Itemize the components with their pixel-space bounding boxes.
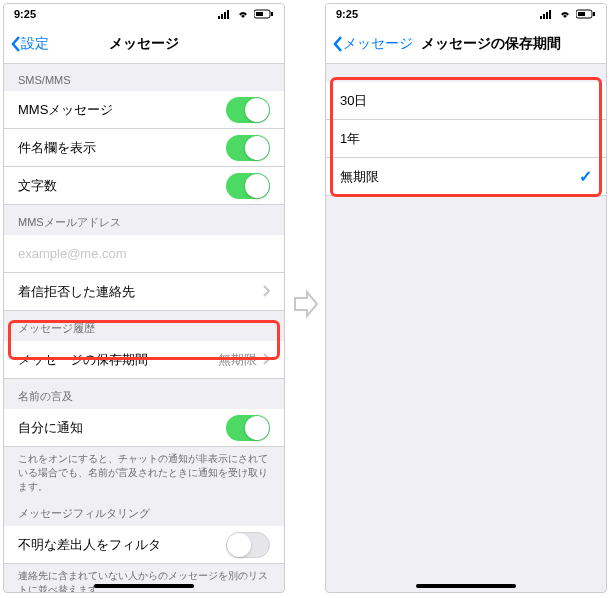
back-button[interactable]: メッセージ [326, 35, 413, 53]
home-indicator[interactable] [94, 584, 194, 588]
svg-rect-10 [549, 10, 551, 19]
option-forever[interactable]: 無期限 ✓ [326, 158, 606, 196]
back-label: メッセージ [343, 35, 413, 53]
battery-icon [254, 9, 274, 19]
chevron-left-icon [10, 35, 21, 53]
filter-footer: 連絡先に含まれていない人からのメッセージを別のリストに並べ替えます。 [4, 564, 284, 593]
svg-rect-9 [546, 12, 548, 19]
subject-toggle[interactable] [226, 135, 270, 161]
chevron-left-icon [332, 35, 343, 53]
filter-row[interactable]: 不明な差出人をフィルタ [4, 526, 284, 564]
status-icons [218, 9, 274, 19]
svg-rect-8 [543, 14, 545, 19]
svg-rect-6 [271, 12, 273, 16]
wifi-icon [558, 9, 572, 19]
section-header-history: メッセージ履歴 [4, 311, 284, 341]
filter-label: 不明な差出人をフィルタ [18, 536, 226, 554]
notify-toggle[interactable] [226, 415, 270, 441]
charcount-toggle[interactable] [226, 173, 270, 199]
keep-label: メッセージの保存期間 [18, 351, 218, 369]
status-bar: 9:25 [4, 4, 284, 24]
notify-label: 自分に通知 [18, 419, 226, 437]
signal-icon [540, 9, 554, 19]
back-label: 設定 [21, 35, 49, 53]
home-indicator[interactable] [416, 584, 516, 588]
subject-row[interactable]: 件名欄を表示 [4, 129, 284, 167]
section-header-filter: メッセージフィルタリング [4, 502, 284, 526]
section-header-email: MMSメールアドレス [4, 205, 284, 235]
svg-rect-3 [227, 10, 229, 19]
option-label: 30日 [340, 92, 592, 110]
option-label: 無期限 [340, 168, 579, 186]
page-title: メッセージ [109, 35, 179, 53]
notify-footer: これをオンにすると、チャットの通知が非表示にされている場合でも、名前が言及された… [4, 447, 284, 502]
option-1year[interactable]: 1年 [326, 120, 606, 158]
notify-row[interactable]: 自分に通知 [4, 409, 284, 447]
status-bar: 9:25 [326, 4, 606, 24]
keep-value: 無期限 [218, 351, 257, 369]
chevron-right-icon [263, 351, 270, 369]
page-title: メッセージの保存期間 [421, 35, 561, 53]
subject-label: 件名欄を表示 [18, 139, 226, 157]
section-header-sms: SMS/MMS [4, 64, 284, 91]
svg-rect-13 [593, 12, 595, 16]
email-field[interactable]: example@me.com [18, 246, 127, 261]
status-time: 9:25 [14, 8, 36, 20]
checkmark-icon: ✓ [579, 167, 592, 186]
mms-label: MMSメッセージ [18, 101, 226, 119]
charcount-row[interactable]: 文字数 [4, 167, 284, 205]
mms-toggle[interactable] [226, 97, 270, 123]
option-label: 1年 [340, 130, 592, 148]
nav-bar: メッセージ メッセージの保存期間 [326, 24, 606, 64]
svg-rect-1 [221, 14, 223, 19]
battery-icon [576, 9, 596, 19]
charcount-label: 文字数 [18, 177, 226, 195]
arrow-right-icon [291, 290, 319, 322]
svg-rect-7 [540, 16, 542, 19]
option-30days[interactable]: 30日 [326, 82, 606, 120]
nav-bar: 設定 メッセージ [4, 24, 284, 64]
phone-keep-options: 9:25 メッセージ メッセージの保存期間 30日 1年 無期限 ✓ [325, 3, 607, 593]
wifi-icon [236, 9, 250, 19]
svg-rect-2 [224, 12, 226, 19]
section-header-mention: 名前の言及 [4, 379, 284, 409]
back-button[interactable]: 設定 [4, 35, 49, 53]
blocked-label: 着信拒否した連絡先 [18, 283, 263, 301]
status-icons [540, 9, 596, 19]
phone-messages-settings: 9:25 設定 メッセージ SMS/MMS MMSメッセージ 件名欄を表示 文字… [3, 3, 285, 593]
blocked-row[interactable]: 着信拒否した連絡先 [4, 273, 284, 311]
mms-row[interactable]: MMSメッセージ [4, 91, 284, 129]
keep-messages-row[interactable]: メッセージの保存期間 無期限 [4, 341, 284, 379]
chevron-right-icon [263, 283, 270, 301]
email-row[interactable]: example@me.com [4, 235, 284, 273]
svg-rect-5 [256, 12, 263, 16]
svg-rect-12 [578, 12, 585, 16]
filter-toggle[interactable] [226, 532, 270, 558]
svg-rect-0 [218, 16, 220, 19]
status-time: 9:25 [336, 8, 358, 20]
signal-icon [218, 9, 232, 19]
